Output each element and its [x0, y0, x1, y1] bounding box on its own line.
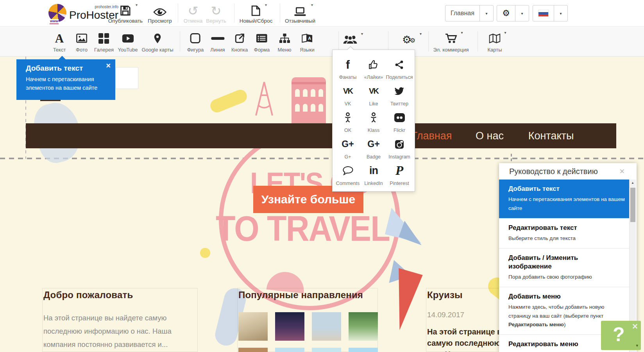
social-item-twitter[interactable]: Твиттер: [386, 81, 412, 108]
site-nav-home[interactable]: Главная: [412, 123, 452, 148]
gallery-icon: [98, 32, 109, 45]
gallery-row-2: [238, 348, 377, 352]
gallery-image-sky[interactable]: [275, 348, 304, 352]
folded-map-icon: ▾: [489, 32, 500, 45]
close-icon[interactable]: ✕: [619, 167, 625, 176]
languages-icon: A: [302, 32, 313, 45]
social-item-linkedin[interactable]: in LinkedIn: [361, 161, 386, 187]
pinterest-icon: P: [395, 161, 403, 181]
element-text-button[interactable]: A Текст: [53, 32, 66, 53]
publish-button[interactable]: ▾ Опубликовать: [108, 4, 143, 24]
site-nav-contacts[interactable]: Контакты: [528, 123, 574, 148]
chevron-down-icon[interactable]: ▾: [479, 5, 493, 21]
social-item-vk[interactable]: VK VK: [335, 81, 361, 108]
chevron-down-icon[interactable]: ▾: [554, 5, 567, 21]
element-languages-button[interactable]: A Языки: [300, 32, 315, 53]
speech-bubble-icon: [343, 161, 353, 181]
welcome-title: Добро пожаловать: [43, 290, 197, 300]
gallery-image-waterfall[interactable]: [349, 312, 378, 341]
social-item-vk-like[interactable]: VK Like: [361, 81, 386, 108]
social-item-share[interactable]: Поделиться: [386, 55, 412, 81]
page-select[interactable]: Главная ▾: [445, 5, 494, 21]
language-select[interactable]: ▾: [533, 5, 568, 21]
gallery-image-ocean[interactable]: [349, 348, 378, 352]
social-elements-menu: f Фанаты «Лайки» Поделиться VK VK VK: [332, 50, 415, 192]
gears-icon: ⚙⚙ ▾: [402, 33, 411, 46]
decor-yellow-splash: [208, 88, 249, 114]
sitemap-icon: [279, 32, 290, 45]
gallery-image-city-skyline[interactable]: [312, 312, 341, 341]
chevron-down-icon: ▾: [265, 3, 267, 7]
tooltip-body: Начнем с перетаскивания элементов на ваш…: [26, 75, 106, 92]
chevron-down-icon: ▾: [311, 3, 313, 7]
toolbar-divider: [234, 4, 234, 23]
gallery-image-street[interactable]: [238, 348, 268, 352]
element-gallery-button[interactable]: Галерея: [94, 32, 114, 53]
gallery-image-night-bridge[interactable]: [275, 312, 304, 341]
button-icon: [234, 32, 245, 45]
scroll-up-icon[interactable]: ▲: [630, 180, 636, 186]
element-googlemaps-button[interactable]: Google карты: [142, 32, 174, 53]
element-ecommerce-button[interactable]: ▾ Эл. коммерция: [433, 32, 469, 53]
social-item-klass[interactable]: Klass: [361, 108, 386, 134]
chevron-down-icon: ▾: [461, 30, 463, 35]
social-item-instagram[interactable]: Instagram: [386, 134, 412, 161]
guide-item-add-text[interactable]: Добавить текст Начнем с перетаскивания э…: [499, 180, 629, 218]
new-reset-button[interactable]: ▾ Новый/Сброс: [240, 4, 273, 24]
save-icon: ▾: [120, 4, 131, 16]
guide-title: Руководство к действию: [509, 167, 598, 176]
site-navbar[interactable]: Главная О нас Контакты: [26, 123, 616, 148]
responsive-button[interactable]: ▾ Отзывчивый: [285, 4, 315, 24]
social-item-pinterest[interactable]: P Pinterest: [386, 161, 412, 187]
guide-item-edit-text[interactable]: Редактировать текст Выберите стиль для т…: [499, 218, 629, 249]
element-form-button[interactable]: Форма: [254, 32, 270, 53]
thumbs-up-icon: [369, 55, 379, 75]
element-maps-button[interactable]: ▾ Карты: [487, 32, 502, 53]
odnoklassniki-icon: [370, 108, 377, 128]
popular-section[interactable]: Популярные направления: [237, 288, 378, 352]
site-nav-about[interactable]: О нас: [476, 123, 504, 148]
social-item-likes[interactable]: «Лайки»: [361, 55, 386, 81]
gallery-image-coast[interactable]: [312, 348, 341, 352]
social-people-icon: ▾: [343, 33, 357, 46]
element-line-button[interactable]: Линия: [210, 32, 225, 53]
chevron-down-icon[interactable]: ▾: [515, 5, 529, 21]
settings-button[interactable]: ⚙ ▾: [497, 5, 529, 21]
social-item-fans[interactable]: f Фанаты: [335, 55, 361, 81]
element-social-button[interactable]: ▾: [343, 33, 357, 46]
social-item-badge[interactable]: G+ Badge: [361, 134, 386, 161]
close-icon[interactable]: ✕: [106, 62, 111, 69]
decor-yellow-dot: [200, 248, 210, 258]
social-item-ok[interactable]: OK: [335, 108, 361, 134]
decor-colosseum: [292, 77, 326, 125]
chevron-down-icon[interactable]: ▾: [636, 343, 638, 348]
welcome-section[interactable]: Добро пожаловать На этой странице вы най…: [42, 288, 198, 352]
element-button-button[interactable]: Кнопка: [231, 32, 248, 53]
undo-button[interactable]: ↺ Отмена: [184, 4, 202, 24]
element-widgets-button[interactable]: ⚙⚙ ▾: [402, 33, 411, 46]
elements-toolbar: A Текст Фото Галерея YouTube Google карт…: [0, 27, 644, 57]
scrollbar-thumb[interactable]: [630, 188, 635, 222]
page-select-value[interactable]: Главная: [445, 5, 479, 21]
element-shape-button[interactable]: Фигура: [187, 32, 204, 53]
element-youtube-button[interactable]: YouTube: [118, 32, 138, 53]
chevron-down-icon: ▾: [136, 3, 138, 7]
redo-button[interactable]: ↻ Вернуть: [206, 4, 226, 24]
social-item-flickr[interactable]: Flickr: [386, 108, 412, 134]
element-photo-button[interactable]: Фото: [76, 32, 88, 53]
close-icon[interactable]: ✕: [632, 322, 638, 331]
linkedin-icon: in: [369, 161, 378, 181]
toolbar-divider: [428, 31, 429, 52]
shape-icon: [190, 32, 200, 45]
guide-item-add-image[interactable]: Добавить / Изменить изображение Пора доб…: [499, 248, 629, 287]
map-pin-icon: [154, 32, 161, 45]
gallery-image-colosseum[interactable]: [238, 312, 268, 341]
element-menu-button[interactable]: Меню: [277, 32, 291, 53]
toolbar-divider: [180, 31, 180, 52]
vk-icon: VK: [343, 81, 352, 101]
preview-button[interactable]: Просмотр: [148, 4, 172, 24]
social-item-gplus[interactable]: G+ G+: [335, 134, 361, 161]
main-toolbar: www prohoster.info ProHoster ▾ Опубликов…: [0, 0, 644, 27]
help-button[interactable]: ? ✕ ▾: [601, 321, 641, 350]
social-item-comments[interactable]: Comments: [335, 161, 361, 187]
